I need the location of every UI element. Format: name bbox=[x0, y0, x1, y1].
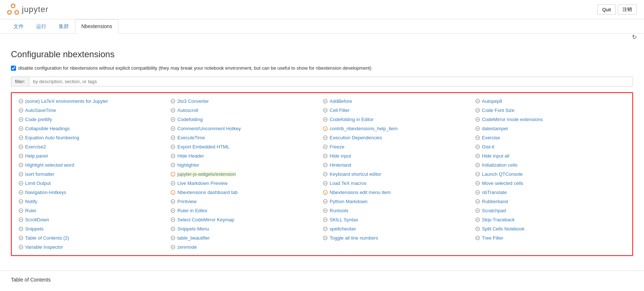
extension-name[interactable]: Skip-Traceback bbox=[482, 217, 515, 222]
extension-name[interactable]: Ruler bbox=[25, 208, 36, 213]
disabled-icon bbox=[18, 236, 23, 241]
extension-name[interactable]: SKILL Syntax bbox=[330, 217, 358, 222]
warning-icon: ! bbox=[171, 172, 176, 177]
extension-name[interactable]: Split Cells Notebook bbox=[482, 226, 524, 232]
list-item: nbTranslate bbox=[474, 188, 627, 197]
extension-name[interactable]: Printview bbox=[177, 199, 197, 204]
extension-name[interactable]: spellchecker bbox=[330, 226, 356, 232]
extension-name[interactable]: Hide input bbox=[330, 153, 351, 159]
list-item: spellchecker bbox=[322, 224, 475, 233]
extension-name[interactable]: ExecuteTime bbox=[177, 135, 205, 140]
compat-label: disable configuration for nbextensions w… bbox=[18, 65, 371, 71]
extension-name[interactable]: Equation Auto Numbering bbox=[25, 135, 79, 140]
extension-name[interactable]: Cell Filter bbox=[330, 108, 350, 113]
disabled-icon bbox=[475, 181, 480, 186]
extension-name[interactable]: Load TeX macros bbox=[330, 181, 367, 186]
extension-name[interactable]: ScrollDown bbox=[25, 217, 49, 222]
list-item: Skip-Traceback bbox=[474, 215, 627, 224]
extension-name[interactable]: Snippets bbox=[25, 226, 44, 232]
extension-name[interactable]: AddBefore bbox=[330, 98, 352, 104]
disabled-icon bbox=[323, 217, 328, 222]
tab-nbextensions[interactable]: Nbextensions bbox=[75, 19, 118, 34]
extension-name[interactable]: Snippets Menu bbox=[177, 226, 209, 232]
extension-name[interactable]: Execution Dependencies bbox=[330, 135, 382, 140]
extension-name[interactable]: Navigation-Hotkeys bbox=[25, 190, 66, 195]
extension-name[interactable]: highlighter bbox=[177, 162, 199, 168]
nav-tabs: 文件 运行 集群 Nbextensions bbox=[0, 19, 644, 34]
extension-name[interactable]: Autoscroll bbox=[177, 108, 198, 113]
header-buttons: Quit 注销 bbox=[597, 4, 637, 15]
extension-name[interactable]: (some) LaTeX environments for Jupyter bbox=[25, 98, 108, 104]
extension-name[interactable]: Hinterland bbox=[330, 162, 351, 168]
extension-name[interactable]: Move selected cells bbox=[482, 181, 523, 186]
svg-text:!: ! bbox=[325, 191, 326, 194]
extension-name[interactable]: Rubberband bbox=[482, 199, 508, 204]
extension-name[interactable]: jupyter-js-widgets/extension bbox=[177, 171, 236, 177]
extension-name[interactable]: Codefolding in Editor bbox=[330, 117, 374, 122]
extension-name[interactable]: Freeze bbox=[330, 144, 344, 150]
extension-name[interactable]: Hide Header bbox=[177, 153, 204, 159]
refresh-button[interactable]: ↻ bbox=[632, 34, 637, 40]
extension-name[interactable]: Runtools bbox=[330, 208, 348, 213]
extension-name[interactable]: Initialization cells bbox=[482, 162, 518, 168]
extension-name[interactable]: nbTranslate bbox=[482, 190, 507, 195]
disabled-icon bbox=[323, 154, 328, 159]
disabled-icon bbox=[171, 226, 176, 232]
extension-name[interactable]: AutoSaveTime bbox=[25, 108, 56, 113]
quit-button[interactable]: Quit bbox=[597, 4, 616, 15]
extension-name[interactable]: Limit Output bbox=[25, 181, 51, 186]
extension-name[interactable]: Nbextensions dashboard tab bbox=[177, 190, 238, 195]
extension-name[interactable]: 2to3 Converter bbox=[177, 98, 209, 104]
extension-name[interactable]: Hide input all bbox=[482, 153, 509, 159]
extension-name[interactable]: Variable Inspector bbox=[25, 244, 63, 250]
extension-name[interactable]: zenmode bbox=[177, 244, 197, 250]
extension-name[interactable]: Select CodeMirror Keymap bbox=[177, 217, 234, 222]
disabled-icon bbox=[323, 144, 328, 150]
list-item: Snippets bbox=[17, 224, 170, 233]
disabled-icon bbox=[171, 245, 176, 250]
extension-name[interactable]: Gist-it bbox=[482, 144, 494, 150]
extension-name[interactable]: Table of Contents (2) bbox=[25, 235, 69, 241]
list-item: Notify bbox=[17, 197, 170, 206]
tab-running[interactable]: 运行 bbox=[30, 19, 52, 34]
compat-checkbox[interactable] bbox=[11, 66, 16, 71]
extension-name[interactable]: table_beautifier bbox=[177, 235, 210, 241]
extension-name[interactable]: contrib_nbextensions_help_item bbox=[330, 126, 398, 131]
extension-name[interactable]: Collapsible Headings bbox=[25, 126, 70, 131]
extension-name[interactable]: Code Font Size bbox=[482, 108, 515, 113]
tab-clusters[interactable]: 集群 bbox=[52, 19, 75, 34]
disabled-icon bbox=[475, 154, 480, 159]
disabled-icon bbox=[171, 181, 176, 186]
disabled-icon bbox=[171, 135, 176, 140]
list-item: Cell Filter bbox=[322, 106, 475, 115]
extension-name[interactable]: Code prettify bbox=[25, 117, 52, 122]
extension-name[interactable]: Python Markdown bbox=[330, 199, 368, 204]
extension-name[interactable]: Comment/Uncomment Hotkey bbox=[177, 126, 241, 131]
extension-name[interactable]: Exercise2 bbox=[25, 144, 46, 150]
extension-name[interactable]: datestamper bbox=[482, 126, 508, 131]
extension-name[interactable]: Help panel bbox=[25, 153, 48, 159]
extension-name[interactable]: CodeMirror mode extensions bbox=[482, 117, 543, 122]
extension-name[interactable]: Exercise bbox=[482, 135, 500, 140]
extension-name[interactable]: Keyboard shortcut editor bbox=[330, 171, 382, 177]
extension-name[interactable]: Highlight selected word bbox=[25, 162, 74, 168]
extension-name[interactable]: Autopep8 bbox=[482, 98, 502, 104]
extension-name[interactable]: Live Markdown Preview bbox=[177, 181, 227, 186]
disabled-icon bbox=[171, 108, 176, 113]
filter-input[interactable] bbox=[29, 77, 633, 86]
extension-name[interactable]: Ruler in Editor bbox=[177, 208, 207, 213]
list-item: Table of Contents (2) bbox=[17, 233, 170, 242]
tab-files[interactable]: 文件 bbox=[7, 19, 30, 34]
extension-name[interactable]: Codefolding bbox=[177, 117, 203, 122]
extension-name[interactable]: Nbextensions edit menu item bbox=[330, 190, 391, 195]
extension-name[interactable]: Toggle all line numbers bbox=[330, 235, 378, 241]
extension-name[interactable]: isort formatter bbox=[25, 171, 54, 177]
extension-name[interactable]: Launch QTConsole bbox=[482, 171, 523, 177]
extension-name[interactable]: Export Embedded HTML bbox=[177, 144, 230, 150]
cancel-button[interactable]: 注销 bbox=[618, 4, 637, 15]
list-item: Export Embedded HTML bbox=[170, 142, 322, 151]
extension-name[interactable]: Notify bbox=[25, 199, 37, 204]
extension-name[interactable]: Tree Filter bbox=[482, 235, 503, 241]
list-item: Toggle all line numbers bbox=[322, 233, 475, 242]
extension-name[interactable]: Scratchpad bbox=[482, 208, 506, 213]
